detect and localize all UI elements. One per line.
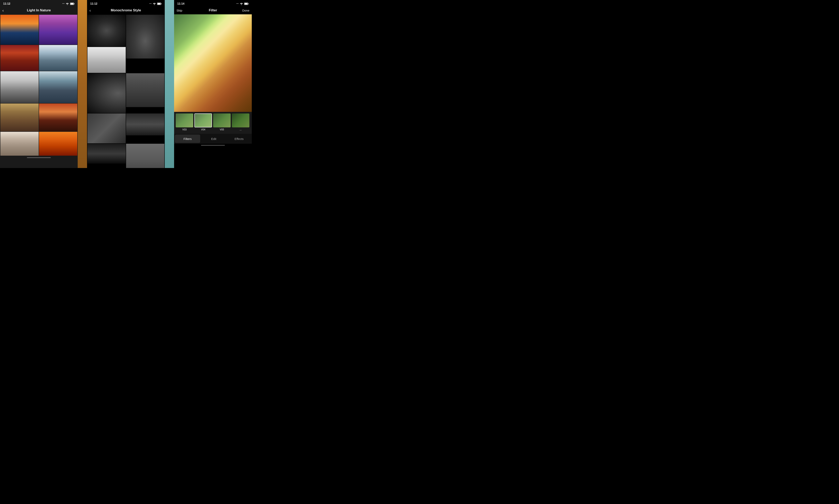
status-bar-1: 11:12 ··· <box>0 0 78 6</box>
status-bar-3: 11:14 ··· <box>174 0 252 6</box>
nav-bar-3: Skip Filter Done <box>174 6 252 14</box>
photo-cell[interactable] <box>126 73 164 107</box>
photo-grid-1 <box>0 14 78 156</box>
status-icons-2: ··· <box>149 2 161 5</box>
photo-cell[interactable] <box>87 144 126 164</box>
photo-cell[interactable] <box>87 15 126 47</box>
separator-2 <box>165 0 174 168</box>
dots-icon-3: ··· <box>236 2 239 5</box>
dots-icon-1: ··· <box>62 2 65 5</box>
svg-rect-6 <box>161 3 161 4</box>
photo-cell[interactable] <box>0 45 39 71</box>
svg-point-8 <box>241 4 242 5</box>
status-bar-2: 11:12 ··· <box>87 0 165 6</box>
panel-light-in-nature: 11:12 ··· ‹ Light In Nature <box>0 0 78 168</box>
main-photo-image <box>174 14 252 112</box>
svg-rect-10 <box>248 3 249 4</box>
photo-cell[interactable] <box>87 73 126 113</box>
nav-title-2: Monochrome Style <box>111 8 141 12</box>
filter-label-v05: V05 <box>213 128 231 131</box>
filters-tab[interactable]: Filters <box>175 134 200 143</box>
effects-tab-label: Effects <box>235 137 244 141</box>
photo-cell[interactable] <box>126 113 164 136</box>
time-1: 11:12 <box>3 2 10 5</box>
battery-icon-3 <box>244 2 249 5</box>
filter-label-v03: V03 <box>176 128 193 131</box>
photo-cell[interactable] <box>39 104 77 131</box>
main-photo <box>174 14 252 112</box>
filter-label-v04: V04 <box>194 128 212 131</box>
nav-title-1: Light In Nature <box>27 8 51 12</box>
photo-grid-2 <box>87 14 165 168</box>
filters-tab-label: Filters <box>183 137 192 141</box>
photo-cell[interactable] <box>39 45 77 71</box>
photo-cell[interactable] <box>39 15 77 44</box>
photo-cell[interactable] <box>126 144 164 168</box>
done-button[interactable]: Done <box>242 9 249 12</box>
svg-point-0 <box>67 4 68 5</box>
wifi-icon-1 <box>66 2 69 5</box>
nav-bar-2: ‹ Monochrome Style <box>87 6 165 14</box>
wifi-icon-3 <box>240 2 243 5</box>
photo-cell[interactable] <box>126 15 164 58</box>
filter-thumb-v06[interactable]: ... <box>232 113 249 133</box>
bottom-toolbar: Filters Edit Effects <box>174 134 252 144</box>
status-icons-1: ··· <box>62 2 74 5</box>
svg-rect-11 <box>245 3 248 4</box>
filter-thumb-img-v04 <box>194 113 212 127</box>
time-3: 11:14 <box>177 2 185 5</box>
time-2: 11:12 <box>90 2 98 5</box>
svg-point-4 <box>154 4 155 5</box>
edit-tab-label: Edit <box>211 137 216 141</box>
panel-filter: 11:14 ··· Skip Filter Done <box>174 0 252 168</box>
svg-rect-7 <box>158 3 160 4</box>
edit-tab[interactable]: Edit <box>201 134 226 144</box>
filter-thumb-v04[interactable]: V04 <box>194 113 212 133</box>
status-icons-3: ··· <box>236 2 249 5</box>
photo-cell[interactable] <box>0 15 39 44</box>
wifi-icon-2 <box>153 2 156 5</box>
photo-cell[interactable] <box>0 104 39 131</box>
nav-bar-1: ‹ Light In Nature <box>0 6 78 14</box>
filter-thumb-img-v03 <box>176 113 193 127</box>
dots-icon-2: ··· <box>149 2 152 5</box>
filter-thumb-v03[interactable]: V03 <box>176 113 193 133</box>
separator-1 <box>78 0 87 168</box>
photo-cell[interactable] <box>39 71 77 103</box>
battery-icon-1 <box>70 2 74 5</box>
nav-title-3: Filter <box>209 8 217 12</box>
panel-monochrome: 11:12 ··· ‹ Monochrome Style <box>87 0 165 168</box>
photo-cell[interactable] <box>87 113 126 143</box>
photo-cell[interactable] <box>0 71 39 103</box>
photo-cell[interactable] <box>87 47 126 73</box>
filter-thumb-img-v05 <box>213 113 231 127</box>
svg-rect-2 <box>74 3 74 4</box>
svg-rect-3 <box>71 3 73 4</box>
filter-label-v06: ... <box>232 128 249 131</box>
filter-strip: V03 V04 V05 ... <box>174 112 252 134</box>
battery-icon-2 <box>157 2 161 5</box>
back-button-2[interactable]: ‹ <box>89 8 91 12</box>
back-button-1[interactable]: ‹ <box>2 8 4 12</box>
photo-cell[interactable] <box>0 132 39 156</box>
home-indicator-1 <box>27 157 51 158</box>
home-indicator-3 <box>201 145 225 146</box>
filter-thumb-img-v06 <box>232 113 249 127</box>
photo-cell[interactable] <box>39 132 77 156</box>
skip-button[interactable]: Skip <box>176 9 182 12</box>
effects-tab[interactable]: Effects <box>226 134 252 144</box>
filter-thumb-v05[interactable]: V05 <box>213 113 231 133</box>
